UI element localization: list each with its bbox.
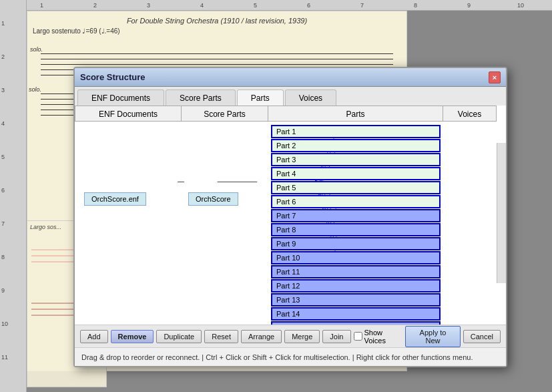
part-item-8[interactable]: Part 8 bbox=[271, 223, 441, 236]
merge-button[interactable]: Merge bbox=[284, 330, 320, 343]
header-enf: ENF Documents bbox=[75, 106, 182, 122]
remove-button[interactable]: Remove bbox=[111, 330, 154, 343]
status-text: Drag & drop to reorder or reconnect. | C… bbox=[81, 353, 473, 361]
part-item-7[interactable]: Part 7 bbox=[271, 209, 441, 222]
dialog-title: Score Structure bbox=[80, 72, 146, 82]
add-button[interactable]: Add bbox=[80, 330, 108, 343]
cancel-button[interactable]: Cancel bbox=[463, 330, 501, 343]
part-item-13[interactable]: Part 13 bbox=[271, 293, 441, 307]
column-headers: ENF Documents Score Parts Parts Voices bbox=[75, 106, 497, 122]
part-item-2[interactable]: Part 2 bbox=[271, 139, 441, 152]
part-item-14[interactable]: Part 14 bbox=[271, 307, 441, 321]
header-parts: Parts bbox=[268, 106, 443, 122]
tab-score-parts[interactable]: Score Parts bbox=[166, 89, 236, 107]
part-item-12[interactable]: Part 12 bbox=[271, 279, 441, 292]
part-item-5[interactable]: Part 5 bbox=[271, 181, 441, 194]
apply-to-new-button[interactable]: Apply to New bbox=[405, 326, 461, 347]
reset-button[interactable]: Reset bbox=[204, 330, 238, 343]
show-voices-label: Show Voices bbox=[354, 329, 403, 345]
part-item-1[interactable]: Part 1 bbox=[271, 125, 441, 138]
ruler-top: 1 2 3 4 5 6 7 8 9 10 bbox=[0, 0, 552, 11]
part-item-10[interactable]: Part 10 bbox=[271, 251, 441, 264]
score-structure-dialog: Score Structure × ENF Documents Score Pa… bbox=[73, 67, 507, 367]
tab-enf-documents[interactable]: ENF Documents bbox=[77, 89, 164, 107]
duplicate-button[interactable]: Duplicate bbox=[156, 330, 202, 343]
score-tempo: Largo sostenuto ♩=69 (♩.=46) bbox=[27, 25, 406, 35]
vertical-scrollbar[interactable] bbox=[497, 143, 506, 283]
score-title: For Double String Orchestra (1910 / last… bbox=[27, 11, 406, 25]
part-item-3[interactable]: Part 3 bbox=[271, 153, 441, 166]
status-bar: Drag & drop to reorder or reconnect. | C… bbox=[75, 347, 506, 366]
show-voices-text: Show Voices bbox=[364, 329, 403, 345]
dialog-titlebar: Score Structure × bbox=[75, 68, 506, 87]
parts-list: Part 1Part 2Part 3Part 4Part 5Part 6Part… bbox=[268, 122, 443, 325]
header-score-parts: Score Parts bbox=[182, 106, 268, 122]
join-button[interactable]: Join bbox=[322, 330, 350, 343]
enf-node[interactable]: OrchScore.enf bbox=[84, 192, 146, 206]
part-item-6[interactable]: Part 6 bbox=[271, 195, 441, 208]
dialog-toolbar: Add Remove Duplicate Reset Arrange Merge… bbox=[75, 325, 506, 347]
tab-voices[interactable]: Voices bbox=[285, 89, 336, 107]
part-item-4[interactable]: Part 4 bbox=[271, 167, 441, 180]
arrange-button[interactable]: Arrange bbox=[241, 330, 282, 343]
show-voices-checkbox[interactable] bbox=[354, 332, 362, 341]
parts-column: Part 1Part 2Part 3Part 4Part 5Part 6Part… bbox=[268, 122, 443, 325]
part-item-11[interactable]: Part 11 bbox=[271, 265, 441, 278]
close-button[interactable]: × bbox=[489, 71, 501, 83]
ruler-left: 1 2 3 4 5 6 7 8 9 10 11 bbox=[0, 0, 27, 392]
header-voices: Voices bbox=[443, 106, 497, 122]
score-node[interactable]: OrchScore bbox=[188, 192, 238, 206]
tab-parts[interactable]: Parts bbox=[237, 89, 284, 107]
part-item-9[interactable]: Part 9 bbox=[271, 237, 441, 250]
dialog-main-body: ENF Documents Score Parts Parts Voices bbox=[75, 106, 506, 325]
